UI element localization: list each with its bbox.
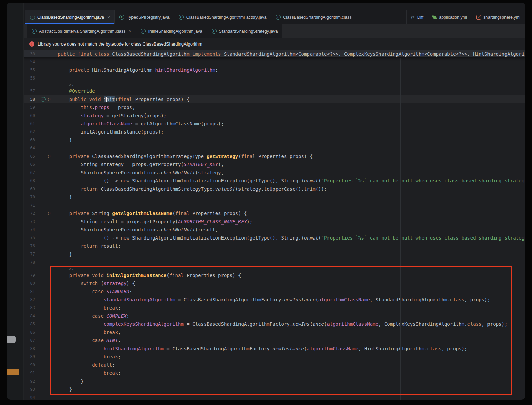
code-line-58[interactable]: 58↑@ public void init(final Properties p… bbox=[24, 95, 525, 103]
code-line-65[interactable]: 65@ private ClassBasedShardingAlgorithmS… bbox=[24, 152, 525, 160]
code-line-61[interactable]: 61 algorithmClassName = getAlgorithmClas… bbox=[24, 120, 525, 128]
tab-classbasedshardingalgorithmfactory-java[interactable]: CClassBasedShardingAlgorithmFactory.java bbox=[174, 10, 271, 24]
code-line-78[interactable]: 78 bbox=[24, 258, 525, 266]
line-number[interactable]: 59 bbox=[24, 103, 35, 111]
code-line-57[interactable]: 57 @Override bbox=[24, 87, 525, 95]
code-line-55[interactable]: 55 private HintShardingAlgorithm hintSha… bbox=[24, 66, 525, 74]
inlay-hint[interactable]: ⊙▾ bbox=[24, 266, 525, 271]
tab-application-yml[interactable]: application.yml bbox=[428, 10, 472, 24]
override-marker-icon[interactable]: ↑ bbox=[41, 97, 46, 102]
code-line-72[interactable]: 72@ private String getAlgorithmClassName… bbox=[24, 209, 525, 217]
line-number[interactable]: 81 bbox=[24, 287, 35, 296]
line-number[interactable]: 62 bbox=[24, 128, 35, 136]
code-line-70[interactable]: 70 } bbox=[24, 193, 525, 201]
code-line-60[interactable]: 60 strategy = getStrategy(props); bbox=[24, 111, 525, 120]
line-number[interactable]: 88 bbox=[24, 345, 35, 353]
close-icon[interactable]: × bbox=[129, 29, 131, 34]
code-line-88[interactable]: 88 hintShardingAlgorithm = ClassBasedSha… bbox=[24, 345, 525, 353]
line-number[interactable]: 63 bbox=[24, 136, 35, 144]
code-line-54[interactable]: 54 bbox=[24, 58, 525, 66]
tab-inlineshardingalgorithm-java[interactable]: CInlineShardingAlgorithm.java bbox=[136, 24, 207, 38]
line-number[interactable]: 74 bbox=[24, 226, 35, 234]
line-number[interactable]: 73 bbox=[24, 217, 35, 226]
line-number[interactable]: 92 bbox=[24, 377, 35, 385]
code-line-91[interactable]: 91 break; bbox=[24, 369, 525, 377]
line-number[interactable]: 55 bbox=[24, 66, 35, 74]
code-line-79[interactable]: 79 private void initAlgorithmInstance(fi… bbox=[24, 271, 525, 279]
code-line-84[interactable]: 84 case COMPLEX: bbox=[24, 312, 525, 320]
code-line-93[interactable]: 93 } bbox=[24, 385, 525, 393]
line-number[interactable]: 60 bbox=[24, 111, 35, 120]
code-line-94[interactable]: 94 bbox=[24, 393, 525, 400]
code-line-74[interactable]: 74 ShardingSpherePreconditions.checkNotN… bbox=[24, 226, 525, 234]
line-number[interactable]: 79 bbox=[24, 271, 35, 279]
code-line-75[interactable]: 75 () -> new ShardingAlgorithmInitializa… bbox=[24, 234, 525, 242]
line-number[interactable]: 87 bbox=[24, 336, 35, 345]
code-line-73[interactable]: 73 String result = props.getProperty(ALG… bbox=[24, 217, 525, 226]
line-number[interactable]: 67 bbox=[24, 169, 35, 177]
line-number[interactable]: 91 bbox=[24, 369, 35, 377]
line-number[interactable]: 72 bbox=[24, 209, 35, 217]
annotation-at-icon[interactable]: @ bbox=[48, 209, 50, 217]
line-number[interactable]: 57 bbox=[24, 87, 35, 95]
line-number[interactable]: 84 bbox=[24, 312, 35, 320]
code-line-77[interactable]: 77 } bbox=[24, 250, 525, 258]
code-line-63[interactable]: 63 } bbox=[24, 136, 525, 144]
line-number[interactable]: 77 bbox=[24, 250, 35, 258]
sticky-class-declaration[interactable]: 38public final class ClassBasedShardingA… bbox=[24, 50, 525, 58]
tab-classbasedshardingalgorithm-java[interactable]: CClassBasedShardingAlgorithm.java× bbox=[25, 10, 115, 24]
tab-classbasedshardingalgorithm-class[interactable]: CClassBasedShardingAlgorithm.class bbox=[271, 10, 356, 24]
line-number[interactable]: 82 bbox=[24, 296, 35, 304]
code-line-86[interactable]: 86 break; bbox=[24, 328, 525, 336]
code-line-82[interactable]: 82 standardShardingAlgorithm = ClassBase… bbox=[24, 296, 525, 304]
line-number[interactable]: 90 bbox=[24, 361, 35, 369]
code-line-69[interactable]: 69 return ClassBasedShardingAlgorithmStr… bbox=[24, 185, 525, 193]
line-number[interactable]: 66 bbox=[24, 160, 35, 169]
line-number[interactable]: 68 bbox=[24, 177, 35, 185]
code-line-62[interactable]: 62 initAlgorithmInstance(props); bbox=[24, 128, 525, 136]
line-number[interactable]: 70 bbox=[24, 193, 35, 201]
tab-diff[interactable]: ⇄Diff bbox=[406, 10, 428, 24]
annotation-at-icon[interactable]: @ bbox=[48, 95, 50, 103]
code-line-59[interactable]: 59 this.props = props; bbox=[24, 103, 525, 111]
line-number[interactable]: 78 bbox=[24, 258, 35, 266]
code-line-66[interactable]: 66 String strategy = props.getProperty(S… bbox=[24, 160, 525, 169]
tab-standardshardingstrategy-java[interactable]: CStandardShardingStrategy.java bbox=[207, 24, 283, 38]
annotation-at-icon[interactable]: @ bbox=[48, 152, 50, 160]
line-number[interactable]: 64 bbox=[24, 144, 35, 152]
code-line-56[interactable]: 56 bbox=[24, 74, 525, 82]
line-number[interactable]: 76 bbox=[24, 242, 35, 250]
line-number[interactable]: 86 bbox=[24, 328, 35, 336]
line-number[interactable]: 89 bbox=[24, 353, 35, 361]
inlay-hint[interactable]: ⊙▾ bbox=[24, 82, 525, 87]
code-line-67[interactable]: 67 ShardingSpherePreconditions.checkNotN… bbox=[24, 169, 525, 177]
code-line-89[interactable]: 89 break; bbox=[24, 353, 525, 361]
code-line-92[interactable]: 92 } bbox=[24, 377, 525, 385]
line-number[interactable]: 80 bbox=[24, 279, 35, 287]
code-line-87[interactable]: 87 case HINT: bbox=[24, 336, 525, 345]
line-number[interactable]: 65 bbox=[24, 152, 35, 160]
code-line-90[interactable]: 90 default: bbox=[24, 361, 525, 369]
line-number[interactable]: 54 bbox=[24, 58, 35, 66]
line-number[interactable]: 83 bbox=[24, 304, 35, 312]
code-editor[interactable]: 38public final class ClassBasedShardingA… bbox=[24, 50, 525, 400]
tab-shardingsphere-yml[interactable]: Yshardingsphere.yml bbox=[472, 10, 525, 24]
code-line-80[interactable]: 80 switch (strategy) { bbox=[24, 279, 525, 287]
tab-typedspiregistry-java[interactable]: CTypedSPIRegistry.java bbox=[115, 10, 174, 24]
close-icon[interactable]: × bbox=[107, 15, 110, 20]
line-number[interactable]: 94 bbox=[24, 393, 35, 400]
line-number[interactable]: 93 bbox=[24, 385, 35, 393]
code-line-81[interactable]: 81 case STANDARD: bbox=[24, 287, 525, 296]
code-line-71[interactable]: 71 bbox=[24, 201, 525, 209]
tab-abstractcosidintervalshardingalgorithm-class[interactable]: CAbstractCosIdIntervalShardingAlgorithm.… bbox=[27, 24, 136, 38]
code-line-64[interactable]: 64 bbox=[24, 144, 525, 152]
line-number[interactable]: 75 bbox=[24, 234, 35, 242]
line-number[interactable]: 71 bbox=[24, 201, 35, 209]
line-number[interactable]: 61 bbox=[24, 120, 35, 128]
line-number[interactable]: 56 bbox=[24, 74, 35, 82]
line-number[interactable]: 58 bbox=[24, 95, 35, 103]
code-line-68[interactable]: 68 () -> new ShardingAlgorithmInitializa… bbox=[24, 177, 525, 185]
code-line-85[interactable]: 85 complexKeysShardingAlgorithm = ClassB… bbox=[24, 320, 525, 328]
code-line-83[interactable]: 83 break; bbox=[24, 304, 525, 312]
line-number[interactable]: 69 bbox=[24, 185, 35, 193]
